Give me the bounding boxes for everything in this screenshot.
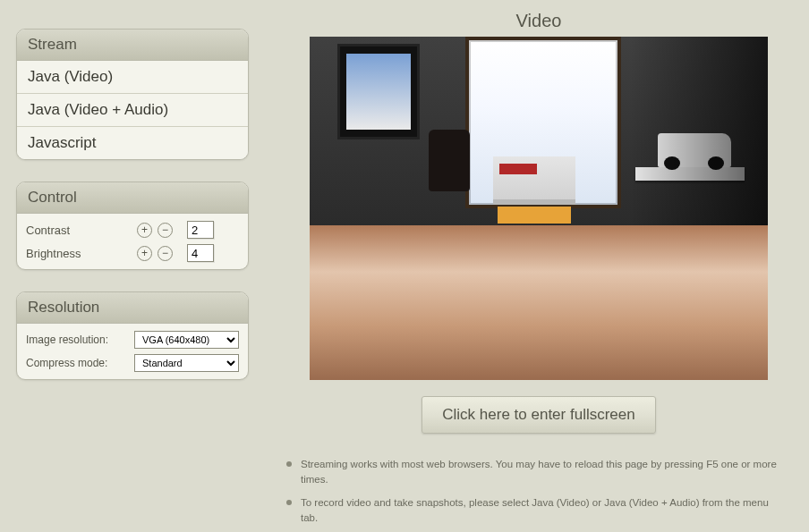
fullscreen-button[interactable]: Click here to enter fullscreen: [422, 396, 655, 434]
video-scene: [310, 225, 768, 380]
stream-panel: Stream Java (Video) Java (Video + Audio)…: [16, 29, 249, 160]
brightness-row: Brightness + −: [26, 244, 239, 262]
resolution-panel: Resolution Image resolution: VGA (640x48…: [16, 291, 249, 380]
image-resolution-row: Image resolution: VGA (640x480): [26, 331, 239, 349]
contrast-row: Contrast + −: [26, 221, 239, 239]
brightness-input[interactable]: [187, 244, 214, 262]
compress-mode-label: Compress mode:: [26, 357, 129, 369]
contrast-label: Contrast: [26, 224, 132, 237]
video-scene: [498, 207, 571, 224]
brightness-plus-button[interactable]: +: [137, 246, 152, 261]
resolution-header: Resolution: [17, 292, 248, 324]
compress-mode-row: Compress mode: Standard: [26, 354, 239, 372]
contrast-input[interactable]: [187, 221, 214, 239]
stream-item-javascript[interactable]: Javascript: [17, 127, 248, 159]
control-panel: Control Contrast + − Brightness + −: [16, 182, 249, 270]
control-header: Control: [17, 182, 248, 214]
video-scene: [493, 156, 575, 205]
image-resolution-label: Image resolution:: [26, 334, 129, 346]
brightness-label: Brightness: [26, 247, 132, 260]
video-stream[interactable]: [310, 37, 768, 380]
image-resolution-select[interactable]: VGA (640x480): [134, 331, 239, 349]
video-title: Video: [285, 11, 793, 31]
stream-header: Stream: [17, 30, 248, 61]
contrast-plus-button[interactable]: +: [137, 223, 152, 238]
video-scene: [337, 44, 420, 140]
note-item: Streaming works with most web browsers. …: [285, 457, 784, 488]
brightness-minus-button[interactable]: −: [158, 246, 173, 261]
notes-list: Streaming works with most web browsers. …: [285, 457, 784, 526]
contrast-minus-button[interactable]: −: [158, 223, 173, 238]
stream-item-java-video-audio[interactable]: Java (Video + Audio): [17, 94, 248, 127]
compress-mode-select[interactable]: Standard: [134, 354, 239, 372]
stream-item-java-video[interactable]: Java (Video): [17, 61, 248, 94]
video-scene: [429, 130, 470, 191]
note-item: To record video and take snapshots, plea…: [285, 495, 784, 527]
